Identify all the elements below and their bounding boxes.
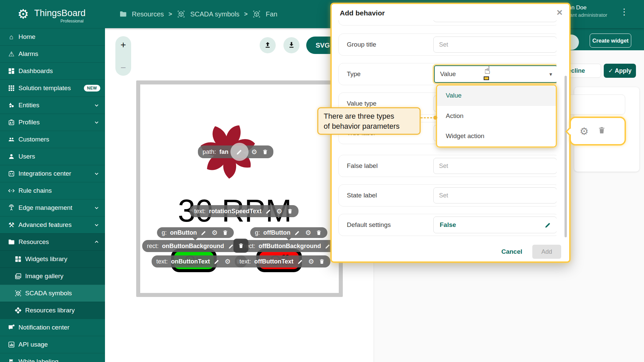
edit-pencil-icon[interactable] [265, 207, 272, 215]
settings-gear-icon[interactable]: ⚙ [276, 207, 283, 215]
sidebar-item-image-gallery[interactable]: Image gallery [0, 267, 105, 285]
delete-trash-icon[interactable] [286, 207, 294, 215]
apply-label: Apply [615, 67, 632, 74]
default-settings-editor[interactable]: False [433, 217, 556, 233]
type-select[interactable]: Value ▾ [434, 65, 556, 83]
edit-pencil-icon[interactable] [544, 221, 552, 229]
breadcrumb-item-scada-symbols[interactable]: SCADA symbols [190, 10, 239, 18]
field-row-false-label: False label [338, 155, 556, 177]
tag-name: onButtonBackground [162, 243, 224, 250]
delete-trash-icon[interactable] [222, 229, 229, 236]
settings-gear-icon[interactable]: ⚙ [251, 148, 258, 156]
delete-trash-icon[interactable] [233, 239, 248, 253]
tooltip-connector-dot [433, 116, 437, 120]
app-root: Resources > SCADA symbols > Fan John Doe… [0, 0, 644, 362]
apply-button[interactable]: ✓ Apply [604, 64, 636, 78]
sidebar-item-label: Edge management [18, 204, 72, 212]
delete-trash-icon[interactable] [315, 229, 323, 236]
scada-cube-icon [14, 289, 22, 297]
sidebar-item-widgets-library[interactable]: Widgets library [0, 250, 105, 267]
close-icon[interactable]: × [556, 7, 562, 18]
sidebar-item-white-labeling[interactable]: White labeling [0, 353, 105, 362]
sidebar-item-profiles[interactable]: Profiles [0, 114, 105, 131]
download-button[interactable] [283, 37, 300, 53]
sidebar-item-home[interactable]: ⌂ Home [0, 28, 105, 45]
chevron-down-icon [94, 171, 100, 177]
scada-cube-icon [177, 10, 185, 18]
settings-gear-icon[interactable]: ⚙ [580, 125, 589, 137]
false-label-input[interactable] [433, 158, 556, 174]
sidebar-item-dashboards[interactable]: Dashboards [0, 62, 105, 79]
breadcrumb-item-resources[interactable]: Resources [132, 10, 164, 18]
zoom-in-button[interactable]: + [115, 40, 131, 50]
sidebar-item-advanced-features[interactable]: ⚒ Advanced features [0, 216, 105, 233]
dropdown-option-widget-action[interactable]: Widget action [437, 126, 556, 146]
settings-gear-icon[interactable]: ⚙ [308, 258, 315, 265]
resources-library-icon [14, 306, 22, 314]
dropdown-option-value[interactable]: Value [437, 85, 556, 106]
delete-trash-icon[interactable] [318, 258, 326, 265]
sidebar-item-label: SCADA symbols [25, 290, 72, 297]
state-label-input[interactable] [433, 187, 556, 203]
tag-g-onButton[interactable]: g:onButton ⚙ [157, 227, 234, 238]
sidebar-item-users[interactable]: Users [0, 148, 105, 165]
sidebar-item-edge-management[interactable]: Edge management [0, 199, 105, 216]
sidebar-item-integrations-center[interactable]: Integrations center [0, 165, 105, 182]
sidebar-item-alarms[interactable]: ⚠ Alarms [0, 45, 105, 62]
sidebar-item-label: Widgets library [25, 255, 67, 263]
field-label: False label [347, 162, 378, 170]
delete-trash-icon[interactable] [597, 126, 606, 136]
edit-pencil-icon[interactable] [200, 229, 208, 236]
sidebar-item-api-usage[interactable]: API usage [0, 336, 105, 353]
sidebar-item-resources-library[interactable]: Resources library [0, 302, 105, 319]
field-row-group-title: Group title [338, 34, 556, 56]
edit-pencil-icon[interactable] [294, 229, 301, 236]
highlighted-behavior-row: ⚙ [570, 117, 626, 145]
settings-gear-icon[interactable]: ⚙ [224, 258, 231, 265]
folder-icon [7, 238, 15, 246]
tag-path-fan[interactable]: path:fan ⚙ [198, 145, 273, 158]
sidebar-item-label: API usage [18, 341, 48, 348]
sidebar-item-label: Alarms [18, 50, 38, 58]
tag-text-rotationSpeedText[interactable]: text:rotationSpeedText ⚙ [190, 205, 299, 217]
edit-pencil-icon[interactable] [213, 258, 221, 265]
group-title-input[interactable] [433, 37, 556, 53]
tag-prefix: text: [194, 208, 206, 215]
tag-name: fan [219, 148, 228, 156]
sidebar-item-label: Image gallery [25, 273, 63, 280]
advanced-features-icon: ⚒ [7, 221, 15, 229]
sidebar-item-rule-chains[interactable]: Rule chains [0, 182, 105, 199]
create-widget-button[interactable]: Create widget [590, 34, 631, 48]
sidebar-item-entities[interactable]: Entities [0, 97, 105, 114]
tag-text-offButtonText[interactable]: text:offButtonText ⚙ [235, 255, 330, 267]
clipped-input[interactable] [433, 20, 556, 22]
dialog-scrollbar[interactable] [565, 76, 567, 237]
sidebar-item-notification-center[interactable]: Notification center [0, 319, 105, 336]
tag-name: onButton [170, 229, 197, 236]
logo[interactable]: ⚙ ThingsBoard Professional [0, 0, 105, 28]
sidebar-item-resources[interactable]: Resources [0, 233, 105, 250]
zoom-out-button[interactable]: − [115, 62, 131, 73]
cancel-button[interactable]: Cancel [501, 248, 522, 255]
tag-prefix: text: [156, 258, 168, 265]
field-row-clipped [338, 20, 556, 25]
sidebar-item-label: Customers [18, 136, 49, 143]
sidebar-item-label: Advanced features [18, 221, 71, 229]
tag-text-onButtonText[interactable]: text:onButtonText ⚙ [152, 255, 247, 267]
edit-pencil-icon[interactable] [230, 143, 249, 161]
edit-pencil-icon[interactable] [297, 258, 304, 265]
delete-trash-icon[interactable] [261, 148, 269, 156]
integrations-icon [7, 170, 15, 178]
settings-gear-icon[interactable]: ⚙ [305, 229, 312, 236]
upload-button[interactable] [260, 37, 276, 53]
user-icon [7, 153, 15, 161]
upload-icon [264, 41, 272, 49]
add-button[interactable]: Add [532, 245, 561, 259]
kebab-menu-icon[interactable]: ⋮ [620, 7, 629, 17]
tag-g-offButton[interactable]: g:offButton ⚙ [250, 227, 327, 238]
dropdown-option-action[interactable]: Action [437, 106, 556, 126]
sidebar-item-scada-symbols[interactable]: SCADA symbols [0, 285, 105, 302]
sidebar-item-customers[interactable]: Customers [0, 131, 105, 148]
sidebar-item-solution-templates[interactable]: Solution templates NEW [0, 79, 105, 97]
settings-gear-icon[interactable]: ⚙ [211, 229, 218, 236]
